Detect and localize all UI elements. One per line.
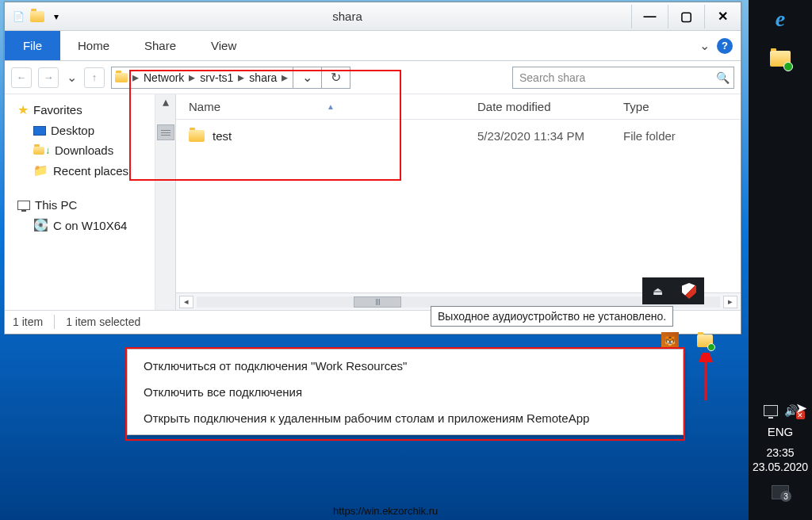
vertical-scrollbar[interactable]: ▴: [155, 94, 176, 310]
file-type: File folder: [620, 129, 741, 143]
desktop-icon: [33, 126, 46, 136]
downloads-icon: ↓: [33, 145, 50, 156]
sidebar-favorites-header[interactable]: ★ Favorites: [17, 99, 151, 120]
minimize-button[interactable]: —: [631, 5, 668, 29]
tray-app-icon[interactable]: 🐯: [661, 332, 679, 350]
tab-home[interactable]: Home: [60, 31, 127, 60]
internet-explorer-icon[interactable]: e: [766, 5, 795, 33]
taskbar-item-explorer[interactable]: [766, 44, 795, 73]
usb-icon[interactable]: ⏏: [649, 282, 666, 300]
folder-icon: [115, 73, 128, 82]
breadcrumb-server[interactable]: srv-ts1: [200, 71, 233, 84]
scroll-thumb[interactable]: [157, 124, 174, 140]
separator-icon: ▸: [280, 70, 289, 85]
file-name: test: [213, 129, 232, 143]
sidebar-thispc-header[interactable]: This PC: [17, 195, 151, 215]
breadcrumb-network[interactable]: Network: [144, 71, 184, 84]
breadcrumb-folder[interactable]: shara: [249, 71, 277, 84]
column-date[interactable]: Date modified: [477, 100, 620, 113]
sidebar-item-recent[interactable]: 📁 Recent places: [17, 160, 151, 181]
action-center-icon[interactable]: [772, 485, 789, 499]
help-icon[interactable]: ?: [717, 38, 733, 54]
new-folder-icon[interactable]: [30, 10, 44, 24]
drive-icon: 💽: [33, 218, 48, 232]
sort-indicator-icon: ▲: [327, 102, 335, 111]
security-shield-icon[interactable]: ✕: [680, 282, 698, 300]
column-type[interactable]: Type: [620, 100, 741, 113]
file-explorer-window: 📄 ▾ shara — ▢ ✕ File Home Share View ⌄ ?…: [4, 2, 741, 335]
navigation-bar: ← → ⌄ ↑ ▸ Network ▸ srv-ts1 ▸ shara ▸ ⌄ …: [5, 61, 741, 94]
scroll-left-icon[interactable]: ◂: [179, 296, 193, 308]
annotation-arrow: [696, 353, 720, 408]
file-tab[interactable]: File: [5, 31, 60, 60]
remoteapp-tray-icon[interactable]: [695, 331, 715, 351]
separator-icon: ▸: [187, 70, 197, 85]
folder-icon: [189, 130, 205, 142]
separator-icon: ▸: [131, 70, 140, 85]
audio-tooltip: Выходное аудиоустройство не установлено.: [431, 306, 673, 327]
watermark-url: https://win.ekzorchik.ru: [333, 505, 438, 517]
up-button[interactable]: ↑: [84, 67, 105, 88]
title-bar[interactable]: 📄 ▾ shara — ▢ ✕: [5, 2, 741, 31]
address-bar[interactable]: ▸ Network ▸ srv-ts1 ▸ shara ▸: [111, 67, 293, 89]
sidebar-item-drive[interactable]: 💽 C on W10X64: [17, 215, 151, 235]
menu-item-open-remote[interactable]: Открыть подключения к удаленным рабочим …: [128, 405, 683, 431]
search-placeholder: Search shara: [519, 71, 585, 84]
status-selected-count: 1 item selected: [66, 315, 140, 328]
search-icon[interactable]: 🔍: [711, 67, 733, 88]
back-button[interactable]: ←: [11, 67, 32, 88]
ribbon-expand-icon[interactable]: ⌄: [698, 40, 710, 52]
star-icon: ★: [17, 102, 29, 117]
search-input[interactable]: Search shara 🔍: [512, 67, 734, 89]
refresh-button[interactable]: ↻: [322, 67, 350, 89]
navigation-sidebar: ★ Favorites Desktop ↓ Downloads 📁 Recent…: [5, 94, 155, 310]
history-dropdown-icon[interactable]: ⌄: [65, 71, 78, 84]
taskbar-vertical: e 🔊✕ ➤ ENG 23:35 23.05.2020: [749, 0, 812, 520]
file-date: 5/23/2020 11:34 PM: [477, 129, 620, 143]
tab-share[interactable]: Share: [127, 31, 193, 60]
recent-icon: 📁: [33, 163, 48, 178]
properties-icon[interactable]: 📄: [11, 10, 25, 24]
menu-item-disconnect[interactable]: Отключиться от подключения "Work Resourc…: [128, 353, 683, 379]
separator-icon: ▸: [236, 70, 246, 85]
tab-view[interactable]: View: [193, 31, 254, 60]
sidebar-item-desktop[interactable]: Desktop: [17, 120, 151, 140]
column-name[interactable]: Name ▲: [176, 100, 477, 113]
list-item[interactable]: test 5/23/2020 11:34 PM File folder: [176, 120, 741, 151]
tray-language[interactable]: ENG: [768, 425, 794, 438]
tray-clock[interactable]: 23:35 23.05.2020: [753, 446, 808, 474]
close-button[interactable]: ✕: [704, 5, 741, 29]
window-title: shara: [63, 10, 631, 23]
menu-item-disconnect-all[interactable]: Отключить все подключения: [128, 379, 683, 405]
address-dropdown-icon[interactable]: ⌄: [293, 67, 322, 89]
column-headers: Name ▲ Date modified Type: [176, 94, 741, 120]
status-item-count: 1 item: [13, 315, 43, 328]
computer-icon: [17, 201, 30, 210]
scroll-up-icon[interactable]: ▴: [155, 94, 175, 109]
scroll-thumb[interactable]: [354, 296, 401, 308]
cursor-icon: ➤: [795, 400, 807, 417]
ribbon-tabs: File Home Share View ⌄ ?: [5, 31, 741, 61]
quick-access-toolbar: 📄 ▾: [5, 10, 63, 24]
forward-button[interactable]: →: [38, 67, 59, 88]
maximize-button[interactable]: ▢: [668, 5, 704, 29]
tray-overflow-popup[interactable]: ⏏ ✕: [642, 277, 704, 304]
qat-dropdown-icon[interactable]: ▾: [49, 10, 63, 24]
scroll-right-icon[interactable]: ▸: [723, 296, 737, 308]
system-tray: 🔊✕ ➤ ENG 23:35 23.05.2020: [749, 404, 812, 520]
sidebar-item-downloads[interactable]: ↓ Downloads: [17, 140, 151, 160]
context-menu: Отключиться от подключения "Work Resourc…: [127, 349, 684, 435]
network-icon[interactable]: [764, 405, 778, 416]
